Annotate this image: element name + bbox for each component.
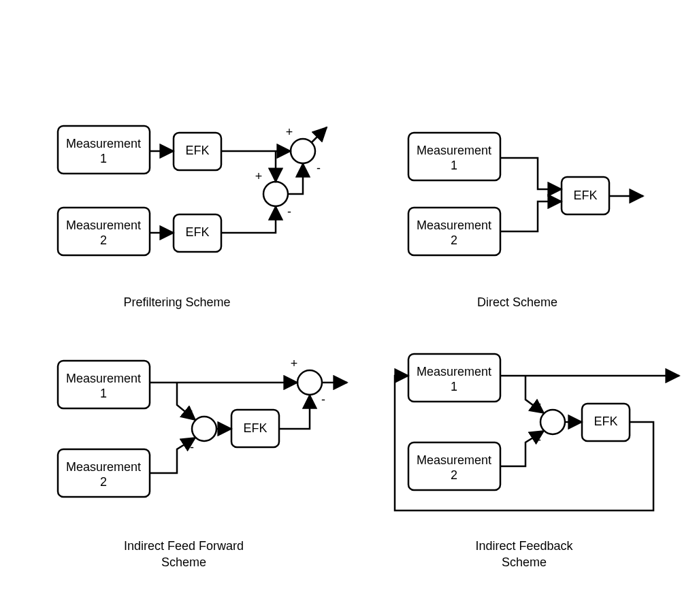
caption-iff-l2: Scheme bbox=[161, 555, 206, 569]
ds-measurement-1-label: Measurement bbox=[417, 144, 491, 157]
caption-ifb-l1: Indirect Feedback bbox=[475, 539, 573, 553]
measurement-2-label: Measurement bbox=[66, 218, 141, 232]
ifb-m1-label: Measurement bbox=[417, 365, 491, 378]
arrow-efk2-to-lowersum bbox=[221, 206, 276, 233]
prefiltering-scheme: Measurement 1 EFK Measurement 2 EFK + - … bbox=[58, 125, 327, 309]
ds-arrow-m1 bbox=[500, 158, 562, 189]
indirect-feedback-scheme: Measurement 1 Measurement 2 + - EFK Indi… bbox=[395, 354, 679, 569]
ifb-efk-label: EFK bbox=[594, 415, 617, 428]
ifb-m2-label: Measurement bbox=[417, 453, 491, 467]
sum-upper bbox=[291, 139, 315, 163]
arrow-output-pref bbox=[312, 127, 327, 142]
diagram-canvas: Measurement 1 EFK Measurement 2 EFK + - … bbox=[0, 0, 697, 616]
iff-m1-number: 1 bbox=[100, 387, 107, 400]
indirect-feed-forward-scheme: Measurement 1 Measurement 2 + - EFK + - … bbox=[58, 357, 347, 569]
ds-efk-label: EFK bbox=[573, 189, 597, 202]
iff-out-plus: + bbox=[291, 357, 298, 370]
sum-lower-minus: - bbox=[287, 205, 291, 218]
sum-lower bbox=[263, 182, 288, 206]
caption-prefiltering: Prefiltering Scheme bbox=[123, 295, 230, 309]
iff-sum-minus: - bbox=[190, 440, 194, 454]
ds-measurement-1-number: 1 bbox=[451, 159, 457, 172]
measurement-1-number: 1 bbox=[100, 152, 107, 165]
iff-m2-number: 2 bbox=[100, 475, 107, 489]
measurement-1-label: Measurement bbox=[66, 137, 141, 150]
efk-2-label: EFK bbox=[185, 225, 209, 239]
iff-m2-to-sum bbox=[150, 438, 195, 473]
ifb-m1-number: 1 bbox=[451, 380, 457, 393]
sum-upper-plus: + bbox=[286, 125, 293, 139]
ds-arrow-m2 bbox=[500, 201, 562, 231]
iff-out-sum bbox=[297, 370, 322, 395]
caption-iff-l1: Indirect Feed Forward bbox=[124, 539, 244, 553]
measurement-2-number: 2 bbox=[100, 233, 107, 247]
direct-scheme: Measurement 1 Measurement 2 EFK Direct S… bbox=[408, 133, 643, 309]
ds-measurement-2-label: Measurement bbox=[417, 218, 491, 232]
caption-direct: Direct Scheme bbox=[477, 295, 557, 309]
sum-upper-minus: - bbox=[317, 161, 321, 175]
ifb-sum bbox=[540, 410, 565, 434]
iff-m2-label: Measurement bbox=[66, 460, 141, 474]
iff-efk-label: EFK bbox=[243, 421, 267, 435]
iff-efk-to-outsum bbox=[279, 395, 310, 429]
caption-ifb-l2: Scheme bbox=[502, 555, 547, 569]
arrow-lowersum-to-uppersum bbox=[288, 163, 303, 194]
iff-m1-label: Measurement bbox=[66, 372, 141, 385]
iff-out-minus: - bbox=[321, 393, 325, 406]
sum-lower-plus: + bbox=[255, 169, 263, 183]
efk-1-label: EFK bbox=[185, 144, 209, 157]
iff-sum bbox=[192, 417, 216, 441]
ds-measurement-2-number: 2 bbox=[451, 233, 457, 247]
ifb-m2-number: 2 bbox=[451, 468, 457, 482]
